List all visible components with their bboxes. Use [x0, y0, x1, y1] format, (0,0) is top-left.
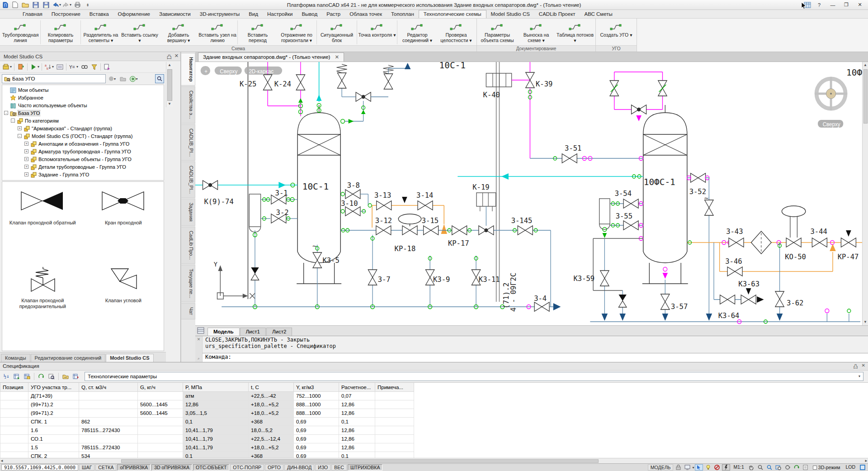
run-icon[interactable]: ▾ — [29, 62, 40, 71]
scrollbar-thumb[interactable] — [167, 69, 172, 101]
sheet-list-icon[interactable] — [197, 326, 207, 336]
properties-icon[interactable] — [61, 372, 70, 381]
sheet-tab-Модель[interactable]: Модель — [208, 328, 240, 336]
spec-row[interactable]: (99+71).25600...14453,05...1,5+18,0...+5… — [0, 409, 414, 418]
ribbon-tab-Топоплан[interactable]: Топоплан — [387, 10, 419, 18]
ribbon-button-Ситуационный блок[interactable]: Ситуационный блок — [317, 19, 356, 45]
preview-toggle-button[interactable] — [155, 74, 164, 83]
print-button[interactable] — [73, 1, 82, 9]
spec-col-Позиция[interactable]: Позиция — [0, 383, 28, 392]
ribbon-tab-CADLib Проект[interactable]: CADLib Проект — [534, 10, 580, 18]
ribbon-tab-Настройки[interactable]: Настройки — [263, 10, 297, 18]
bottom-tab-Model Studio CS[interactable]: Model Studio CS — [106, 354, 153, 362]
tree-item-База УГО[interactable]: -База УГО — [2, 109, 164, 117]
symbol-Клапан проходной обратный[interactable]: Клапан проходной обратный — [2, 182, 83, 260]
document-tab[interactable]: Здание входных сепараторов.dwg* - (Тольк… — [198, 52, 344, 62]
ribbon-tab-Растр[interactable]: Растр — [322, 10, 345, 18]
spec-row[interactable]: СПК. 25340,1+3680,690,1 — [0, 452, 414, 458]
monitor-icon[interactable] — [683, 464, 691, 471]
scale-indicator[interactable]: М1:1 — [731, 464, 746, 471]
symbol-Клапан угловой[interactable]: Клапан угловой — [83, 260, 164, 338]
side-tab-Навигатор[interactable]: Навигатор — [181, 53, 195, 86]
tree-item-По категориям[interactable]: -По категориям — [2, 117, 164, 124]
ribbon-button-Вставить узел на линию[interactable]: Вставить узел на линию — [198, 19, 237, 45]
no-entry-icon[interactable] — [713, 464, 721, 471]
tree-item-Задание - Группа УГО[interactable]: +Задание - Группа УГО — [2, 171, 164, 178]
spec-scroll-left-icon[interactable]: ◄ — [0, 459, 4, 463]
spec-col-Расчетное...[interactable]: Расчетное... — [339, 383, 375, 392]
scroll-up-icon[interactable]: ▲ — [168, 62, 171, 68]
zoom-icon[interactable] — [756, 464, 764, 471]
command-pin-icon[interactable]: ⌕ — [198, 356, 200, 361]
ribbon-tab-Вывод[interactable]: Вывод — [297, 10, 322, 18]
ribbon-tab-Вставка[interactable]: Вставка — [85, 10, 113, 18]
status-toggle-СЕТКА[interactable]: СЕТКА — [95, 464, 116, 471]
ribbon-tab-Оформление[interactable]: Оформление — [113, 10, 155, 18]
spec-col-Q, ст. м3/ч[interactable]: Q, ст. м3/ч — [79, 383, 138, 392]
ribbon-tab-Технологические схемы[interactable]: Технологические схемы — [419, 10, 486, 18]
side-tab-CADLIB_PI...[interactable]: CADLIB_PI... — [181, 162, 195, 198]
ribbon-button-Разделитель на сегменты[interactable]: Разделитель на сегменты ▾ — [81, 19, 120, 45]
lod-button[interactable]: LOD — [843, 464, 858, 471]
spec-row[interactable]: СПК. 18620,1+3680,690,1 — [0, 418, 414, 426]
ribbon-button-Копировать параметры[interactable]: Копировать параметры — [41, 19, 80, 45]
redo-button[interactable]: ▾ — [62, 1, 71, 9]
canvas-scroll-down-icon[interactable]: ▼ — [863, 319, 867, 325]
tree-item-Детали трубопроводные - Группа УГО[interactable]: +Детали трубопроводные - Группа УГО — [2, 163, 164, 171]
viewport-dropdown-icon[interactable]: ▾ — [692, 466, 694, 470]
mode3d-toggle[interactable]: 3D-режим — [811, 464, 843, 471]
close-button[interactable]: ✕ — [854, 1, 866, 9]
status-toggle-ШАГ[interactable]: ШАГ — [79, 464, 94, 471]
spec-scroll-thumb[interactable] — [121, 459, 599, 463]
status-toggle-ШТРИХОВКА[interactable]: ШТРИХОВКА — [348, 464, 383, 471]
status-toggle-оПРИВЯЗКА[interactable]: оПРИВЯЗКА — [117, 464, 151, 471]
sphere-dropdown-icon[interactable]: ▾ — [108, 74, 117, 83]
tree-item-Model Studio CS (ГОСТ) - Стандарт (группа)[interactable]: -Model Studio CS (ГОСТ) - Стандарт (груп… — [2, 132, 164, 140]
db-sync-icon[interactable] — [16, 62, 25, 71]
spec-close-icon[interactable]: ✕ — [862, 363, 865, 370]
sheet-tab-Лист1[interactable]: Лист1 — [240, 328, 266, 336]
drawing-canvas[interactable]: +Сверху2D-каркасСверху10C-110ФК-25К-24К(… — [195, 62, 862, 325]
tree-expander-icon[interactable]: + — [24, 149, 28, 153]
sheet-icon[interactable] — [802, 464, 810, 471]
ribbon-tab-3D-инструменты[interactable]: 3D-инструменты — [195, 10, 244, 18]
tree-item-Вспомогательные объекты - Группа УГО[interactable]: +Вспомогательные объекты - Группа УГО — [2, 155, 164, 163]
ribbon-tab-АВС Сметы[interactable]: АВС Сметы — [580, 10, 617, 18]
status-toggle-ВЕС[interactable]: ВЕС — [331, 464, 347, 471]
list-icon[interactable] — [55, 62, 64, 71]
copy-to-db-icon[interactable] — [103, 62, 112, 71]
ribbon-button-Таблица потоков[interactable]: Таблица потоков ▾ — [556, 19, 594, 45]
base-ugo-combo[interactable]: База УГО — [2, 74, 106, 83]
tree-item-Мои объекты[interactable]: Мои объекты — [2, 86, 164, 94]
status-toggle-3D оПРИВЯЗКА[interactable]: 3D оПРИВЯЗКА — [151, 464, 192, 471]
status-toggle-ОРТО[interactable]: ОРТО — [265, 464, 283, 471]
save-as-button[interactable] — [42, 1, 51, 9]
ribbon-button-Добавить вершину[interactable]: Добавить вершину ▾ — [159, 19, 198, 45]
table-save-icon[interactable] — [23, 372, 32, 381]
ribbon-tab-Облака точек[interactable]: Облака точек — [345, 10, 387, 18]
status-toggle-ИЗО[interactable]: ИЗО — [315, 464, 330, 471]
ribbon-button-Редактор соединений[interactable]: Редактор соединений ▾ — [398, 19, 437, 45]
sort-icon[interactable]: ½↓ — [2, 372, 11, 381]
spec-row[interactable]: 1.6785115...27243010,41...1,7918,0...5,2… — [0, 426, 414, 435]
tree-expander-icon[interactable]: - — [11, 119, 15, 123]
ribbon-button-Трубопроводная линия[interactable]: Трубопроводная линия — [1, 19, 40, 45]
tree-expander-icon[interactable]: + — [24, 157, 28, 161]
tree-item-Арматура трубопроводная - Группа УГО[interactable]: +Арматура трубопроводная - Группа УГО — [2, 147, 164, 155]
lod-state-icon[interactable] — [859, 464, 867, 471]
spec-col-t, C[interactable]: t, C — [249, 383, 294, 392]
spec-col-G, кг/ч[interactable]: G, кг/ч — [138, 383, 183, 392]
sort-icon[interactable]: ab▾ — [44, 62, 54, 71]
spec-col-Y, кг/м3[interactable]: Y, кг/м3 — [294, 383, 339, 392]
help-button[interactable]: ? — [813, 1, 826, 9]
lightbulb-icon[interactable] — [704, 464, 712, 471]
ribbon-button-Параметры объекта схемы[interactable]: Параметры объекта схемы — [478, 19, 517, 45]
export-icon[interactable] — [71, 372, 80, 381]
bottom-tab-Команды[interactable]: Команды — [1, 354, 30, 362]
reload-icon[interactable] — [37, 372, 46, 381]
ribbon-button-Вставить ссылку[interactable]: Вставить ссылку ▾ — [120, 19, 159, 45]
symbol-Кран проходной[interactable]: Кран проходной — [83, 182, 164, 260]
go-next-icon[interactable]: ▾ — [129, 74, 138, 83]
new-file-button[interactable] — [10, 1, 19, 9]
side-tab-Свойства э...[interactable]: Свойства э... — [181, 86, 195, 123]
